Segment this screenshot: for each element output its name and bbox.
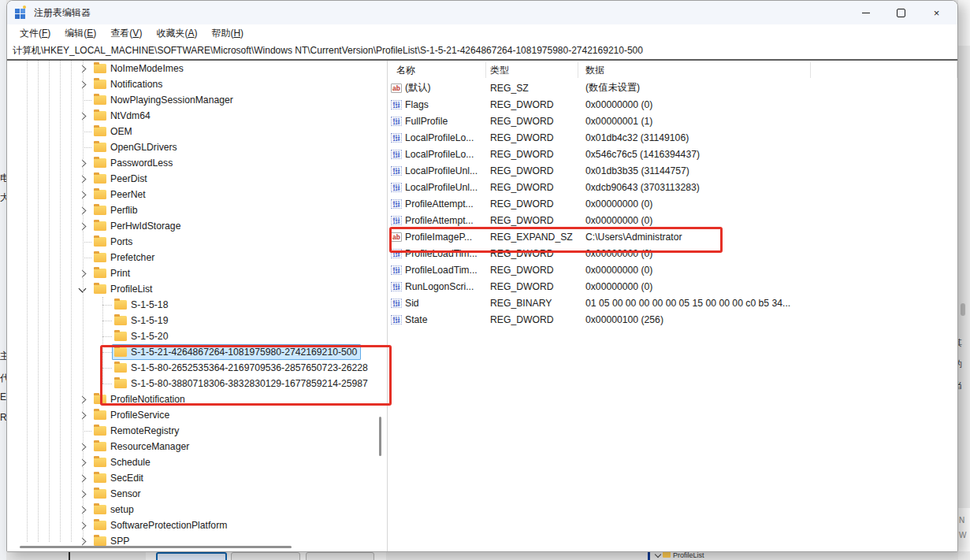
tree-item[interactable]: Schedule	[7, 454, 387, 470]
tree-item[interactable]: ProfileService	[7, 407, 387, 423]
value-row[interactable]: 011110RunLogonScri...REG_DWORD0x00000000…	[389, 278, 957, 295]
address-input[interactable]	[13, 45, 942, 56]
tree-node[interactable]: PerHwIdStorage	[91, 218, 184, 234]
column-header-blank[interactable]	[811, 62, 957, 78]
tree-node[interactable]: Sensor	[91, 486, 145, 502]
menu-item-a[interactable]: 收藏夹(A)	[149, 25, 204, 42]
close-button[interactable]: ×	[919, 1, 954, 24]
tree-node[interactable]: ProfileNotification	[91, 391, 189, 407]
value-row[interactable]: 011110LocalProfileUnl...REG_DWORD0xdcb90…	[389, 179, 957, 195]
tree-node[interactable]: Notifications	[91, 76, 166, 92]
menu-item-v[interactable]: 查看(V)	[103, 25, 149, 42]
tree-node[interactable]: S-1-5-18	[112, 297, 172, 313]
menu-item-h[interactable]: 帮助(H)	[204, 25, 251, 42]
maximize-button[interactable]	[883, 1, 919, 24]
tree-node[interactable]: Print	[91, 265, 134, 281]
tree-node-selected[interactable]: S-1-5-21-4264867264-1081975980-274216921…	[112, 344, 361, 360]
tree-item[interactable]: S-1-5-19	[7, 313, 387, 328]
tree-horizontal-scrollbar-thumb[interactable]	[20, 546, 292, 548]
tree-item[interactable]: Notifications	[7, 76, 387, 92]
background-dialog-button[interactable]	[231, 552, 300, 560]
tree-node[interactable]: ResourceManager	[91, 439, 193, 454]
tree-item[interactable]: ProfileNotification	[7, 391, 387, 407]
tree-item[interactable]: PasswordLess	[7, 155, 387, 171]
tree-item[interactable]: NoImeModeImes	[7, 61, 387, 76]
tree-node[interactable]: NoImeModeImes	[91, 61, 188, 76]
folder-icon	[114, 363, 127, 373]
title-bar[interactable]: 注册表编辑器 ×	[7, 1, 957, 24]
menu-item-e[interactable]: 编辑(E)	[58, 25, 103, 42]
tree-item[interactable]: PerHwIdStorage	[7, 218, 387, 234]
tree-node[interactable]: SoftwareProtectionPlatform	[91, 517, 231, 533]
tree-item[interactable]: Print	[7, 265, 387, 281]
background-dialog-button[interactable]	[156, 552, 227, 560]
tree-node[interactable]: RemoteRegistry	[91, 423, 183, 439]
tree-node[interactable]: NtVdm64	[91, 108, 154, 124]
value-row[interactable]: 011110ProfileAttempt...REG_DWORD0x000000…	[389, 212, 957, 228]
tree-node[interactable]: Schedule	[91, 454, 154, 470]
tree-item[interactable]: PeerNet	[7, 187, 387, 202]
tree-node[interactable]: SecEdit	[91, 470, 147, 486]
tree-node[interactable]: Prefetcher	[91, 250, 158, 265]
tree-item[interactable]: ResourceManager	[7, 439, 387, 454]
column-header-type[interactable]: 类型	[486, 62, 578, 78]
tree-item[interactable]: setup	[7, 502, 387, 517]
tree-item[interactable]: S-1-5-20	[7, 328, 387, 344]
tree-item[interactable]: OEM	[7, 124, 387, 139]
menu-item-f[interactable]: 文件(F)	[13, 25, 58, 42]
tree-node[interactable]: NowPlayingSessionManager	[91, 92, 237, 108]
tree-item[interactable]: RemoteRegistry	[7, 423, 387, 439]
tree-item[interactable]: Prefetcher	[7, 250, 387, 265]
tree-item[interactable]: PeerDist	[7, 171, 387, 187]
value-row[interactable]: 011110StateREG_DWORD0x00000100 (256)	[389, 311, 957, 328]
tree-node[interactable]: S-1-5-20	[112, 328, 172, 344]
tree-item[interactable]: NowPlayingSessionManager	[7, 92, 387, 108]
value-row[interactable]: 011110LocalProfileLo...REG_DWORD0x01db4c…	[389, 129, 957, 146]
background-text-fragment: 电	[0, 172, 6, 185]
tree-item[interactable]: OpenGLDrivers	[7, 139, 387, 155]
tree-node[interactable]: Ports	[91, 234, 136, 250]
tree-node[interactable]: OEM	[91, 124, 136, 139]
tree-guide-line	[71, 61, 72, 542]
tree-node[interactable]: S-1-5-80-3880718306-3832830129-167785921…	[112, 376, 372, 391]
tree-item[interactable]: Sensor	[7, 486, 387, 502]
tree-item[interactable]: S-1-5-80-2652535364-2169709536-285765072…	[7, 360, 387, 376]
tree-node[interactable]: PeerDist	[91, 171, 151, 187]
background-dialog-button[interactable]	[306, 552, 374, 560]
tree-item[interactable]: S-1-5-21-4264867264-1081975980-274216921…	[7, 344, 387, 360]
pane-divider[interactable]	[387, 61, 388, 551]
background-text-fragment: N	[959, 516, 964, 525]
tree-node[interactable]: ProfileList	[91, 281, 157, 297]
tree-node[interactable]: Perflib	[91, 202, 142, 218]
tree-node[interactable]: PeerNet	[91, 187, 150, 202]
tree-item[interactable]: ProfileList	[7, 281, 387, 297]
background-scrollbar-thumb[interactable]	[961, 303, 965, 316]
tree-node[interactable]: setup	[91, 502, 138, 517]
tree-node[interactable]: S-1-5-19	[112, 313, 172, 328]
value-row[interactable]: ab(默认)REG_SZ(数值未设置)	[389, 80, 957, 96]
tree-node[interactable]: PasswordLess	[91, 155, 177, 171]
value-row[interactable]: abProfileImageP...REG_EXPAND_SZC:\Users\…	[389, 228, 957, 245]
minimize-button[interactable]	[848, 1, 883, 24]
tree-vertical-scrollbar-thumb[interactable]	[379, 417, 381, 456]
value-row[interactable]: 011110LocalProfileLo...REG_DWORD0x546c76…	[389, 146, 957, 162]
tree-item[interactable]: S-1-5-80-3880718306-3832830129-167785921…	[7, 376, 387, 391]
tree-node[interactable]: S-1-5-80-2652535364-2169709536-285765072…	[112, 360, 372, 376]
value-row[interactable]: 011110SidREG_BINARY01 05 00 00 00 00 00 …	[389, 295, 957, 311]
tree-item[interactable]: NtVdm64	[7, 108, 387, 124]
value-row[interactable]: 011110FullProfileREG_DWORD0x00000001 (1)	[389, 113, 957, 129]
column-header-name[interactable]: 名称	[389, 62, 486, 78]
tree-node[interactable]: ProfileService	[91, 407, 173, 423]
column-header-data[interactable]: 数据	[578, 62, 811, 78]
value-row[interactable]: 011110ProfileLoadTim...REG_DWORD0x000000…	[389, 261, 957, 278]
value-row[interactable]: 011110ProfileAttempt...REG_DWORD0x000000…	[389, 195, 957, 212]
value-row[interactable]: 011110FlagsREG_DWORD0x00000000 (0)	[389, 96, 957, 113]
value-row[interactable]: 011110ProfileLoadTim...REG_DWORD0x000000…	[389, 245, 957, 261]
tree-item[interactable]: Ports	[7, 234, 387, 250]
tree-item[interactable]: SecEdit	[7, 470, 387, 486]
tree-item[interactable]: Perflib	[7, 202, 387, 218]
tree-item[interactable]: S-1-5-18	[7, 297, 387, 313]
tree-node[interactable]: OpenGLDrivers	[91, 139, 181, 155]
value-row[interactable]: 011110LocalProfileUnl...REG_DWORD0x01db3…	[389, 162, 957, 179]
tree-item[interactable]: SoftwareProtectionPlatform	[7, 517, 387, 533]
